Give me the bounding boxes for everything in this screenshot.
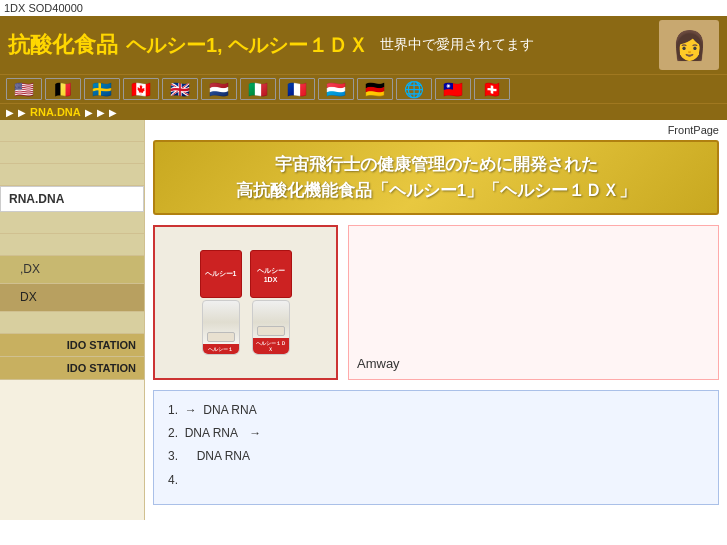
nav-arrow[interactable]: ▶ [97,107,105,118]
flag-icon: 🇩🇪 [357,78,393,100]
flag-icon: 🇱🇺 [318,78,354,100]
list-item-0: 1. → DNA RNA [168,401,704,420]
nav-arrow[interactable]: ▶ [85,107,93,118]
banner: 宇宙飛行士の健康管理のために開発された 高抗酸化機能食品「ヘルシー1」「ヘルシー… [153,140,719,215]
page-title-text: 1DX SOD40000 [4,2,83,14]
flags-bar: 🇺🇸🇧🇪🇸🇪🇨🇦🇬🇧🇳🇱🇮🇹🇫🇷🇱🇺🇩🇪🌐🇹🇼🇨🇭 [0,74,727,103]
nav-arrow[interactable]: ▶ [6,107,14,118]
banner-text: 宇宙飛行士の健康管理のために開発された 高抗酸化機能食品「ヘルシー1」「ヘルシー… [171,152,701,203]
list-item-1: 2. DNA RNA → [168,424,704,443]
bottle-lid-2 [257,326,285,336]
nav-item-rnadna[interactable]: RNA.DNA [30,106,81,118]
sidebar-item-3[interactable]: RNA.DNA [0,186,144,212]
flag-icon: 🇳🇱 [201,78,237,100]
flag-icon: 🇨🇦 [123,78,159,100]
bottle-jar-1: ヘルシー１ [202,300,240,355]
list-section: 1. → DNA RNA2. DNA RNA →3. DNA RNA4. [153,390,719,505]
product-image-box: ヘルシー1 ヘルシー１ ヘルシー1DX [153,225,338,380]
bottle-label-2: ヘルシー１ＤＸ [253,338,289,354]
sidebar-item-2 [0,164,144,186]
sidebar-item-10[interactable]: IDO STATION [0,357,144,380]
bottle-box-1: ヘルシー1 [200,250,242,298]
nav-arrow[interactable]: ▶ [18,107,26,118]
flag-icon: 🇸🇪 [84,78,120,100]
sidebar-item-0 [0,120,144,142]
sidebar-item-8 [0,312,144,334]
flag-icon: 🇮🇹 [240,78,276,100]
flag-icon: 🌐 [396,78,432,100]
header-tagline: 世界中で愛用されてます [380,36,534,54]
bottle-label-1: ヘルシー１ [203,344,239,354]
header-person-image: 👩 [659,20,719,70]
flag-icon: 🇬🇧 [162,78,198,100]
amway-label: Amway [357,356,400,371]
list-num: 3. [168,449,178,463]
nav-arrow[interactable]: ▶ [109,107,117,118]
sidebar-item-6[interactable]: ,DX [0,256,144,284]
bottle-jar-2: ヘルシー１ＤＸ [252,300,290,355]
flag-icon: 🇹🇼 [435,78,471,100]
content-area: FrontPage 宇宙飛行士の健康管理のために開発された 高抗酸化機能食品「ヘ… [145,120,727,520]
list-num: 2. [168,426,178,440]
header-subtitle: ヘルシー1, ヘルシー１ＤＸ [126,32,368,59]
bottle-1: ヘルシー1 ヘルシー１ [200,250,242,355]
sidebar-item-9[interactable]: IDO STATION [0,334,144,357]
sidebar-item-5 [0,234,144,256]
amway-box: Amway [348,225,719,380]
sidebar-item-4 [0,212,144,234]
header: 抗酸化食品 ヘルシー1, ヘルシー１ＤＸ 世界中で愛用されてます 👩 [0,16,727,74]
list-item-3: 4. [168,471,704,490]
list-num: 4. [168,473,178,487]
bottle-2: ヘルシー1DX ヘルシー１ＤＸ [250,250,292,355]
flag-icon: 🇧🇪 [45,78,81,100]
sidebar-item-7[interactable]: DX [0,284,144,312]
list-text: DNA RNA → [185,426,262,440]
flag-icon: 🇺🇸 [6,78,42,100]
flag-icon: 🇫🇷 [279,78,315,100]
sidebar: RNA.DNA ,DX DXIDO STATIONIDO STATION [0,120,145,520]
product-section: ヘルシー1 ヘルシー１ ヘルシー1DX [153,225,719,380]
nav-bar[interactable]: ▶▶RNA.DNA▶▶▶ [0,103,727,120]
main-layout: RNA.DNA ,DX DXIDO STATIONIDO STATION Fro… [0,120,727,520]
list-arrow: → [185,403,197,417]
flag-icon: 🇨🇭 [474,78,510,100]
page-title-bar: 1DX SOD40000 [0,0,727,16]
bottle-lid-1 [207,332,235,342]
list-text: DNA RNA [203,403,256,417]
list-text: DNA RNA [185,449,250,463]
list-num: 1. [168,403,178,417]
frontpage-label: FrontPage [153,124,719,136]
list-item-2: 3. DNA RNA [168,447,704,466]
header-title: 抗酸化食品 [8,30,118,60]
product-bottles: ヘルシー1 ヘルシー１ ヘルシー1DX [190,240,302,365]
bottle-box-2: ヘルシー1DX [250,250,292,298]
sidebar-item-1 [0,142,144,164]
